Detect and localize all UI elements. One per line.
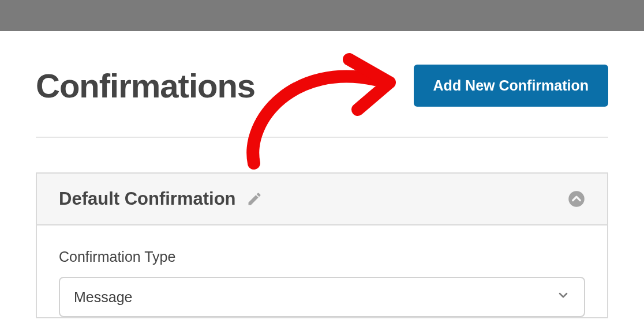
- panel-body: Confirmation Type Message: [37, 225, 607, 317]
- confirmation-type-label: Confirmation Type: [59, 249, 585, 265]
- panel-title: Default Confirmation: [59, 189, 236, 209]
- header-row: Confirmations Add New Confirmation: [36, 32, 608, 138]
- top-gray-band: [0, 0, 644, 31]
- svg-point-0: [568, 191, 585, 207]
- panel-header-left: Default Confirmation: [59, 189, 263, 209]
- panel-header: Default Confirmation: [37, 174, 607, 225]
- page-card: Confirmations Add New Confirmation Defau…: [0, 31, 644, 331]
- chevron-up-circle-icon[interactable]: [568, 190, 585, 208]
- confirmation-type-value: Message: [74, 289, 132, 306]
- add-new-confirmation-button[interactable]: Add New Confirmation: [414, 65, 608, 107]
- default-confirmation-panel: Default Confirmation Confirmation Typ: [36, 172, 608, 318]
- content-container: Confirmations Add New Confirmation Defau…: [1, 32, 643, 318]
- confirmation-type-select-wrap: Message: [59, 277, 585, 317]
- confirmation-type-select[interactable]: Message: [59, 277, 585, 317]
- page-title: Confirmations: [36, 66, 255, 105]
- chevron-down-icon: [556, 288, 570, 306]
- pencil-icon[interactable]: [246, 191, 263, 207]
